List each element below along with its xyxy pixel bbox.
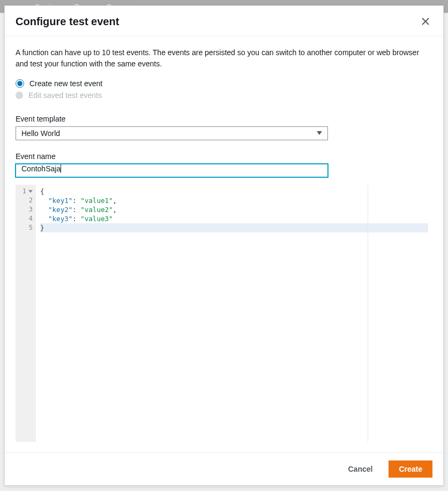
cancel-button[interactable]: Cancel xyxy=(338,460,382,478)
editor-gutter: 12345 xyxy=(16,185,36,442)
configure-test-event-modal: Configure test event A function can have… xyxy=(4,5,444,486)
code-line[interactable]: } xyxy=(40,223,428,232)
code-line[interactable]: "key1": "value1", xyxy=(40,196,428,205)
chevron-down-icon xyxy=(317,131,322,135)
text-cursor: ​ xyxy=(61,164,61,173)
event-name-input[interactable]: ContohSaja​ xyxy=(16,164,328,178)
token-brace: } xyxy=(40,224,44,232)
token-brace: { xyxy=(40,187,44,195)
event-name-value: ContohSaja xyxy=(21,164,61,173)
modal-footer: Cancel Create xyxy=(5,452,443,485)
token-str: "value1" xyxy=(80,197,113,205)
event-template-value: Hello World xyxy=(21,129,60,138)
token-str: "value3" xyxy=(80,215,113,223)
radio-edit-saved-label: Edit saved test events xyxy=(28,91,102,100)
token-key: "key2" xyxy=(48,206,72,214)
line-number: 4 xyxy=(16,214,33,223)
token-str: "value2" xyxy=(80,206,113,214)
event-template-select[interactable]: Hello World xyxy=(16,126,328,140)
token-punc: : xyxy=(72,206,80,214)
token-punc: , xyxy=(113,206,117,214)
line-number: 5 xyxy=(16,223,33,232)
event-name-label: Event name xyxy=(16,152,432,161)
line-number: 2 xyxy=(16,196,33,205)
close-button[interactable] xyxy=(419,14,432,28)
code-line[interactable]: "key3": "value3" xyxy=(40,214,428,223)
radio-disabled-icon xyxy=(16,92,23,99)
code-line[interactable]: "key2": "value2", xyxy=(40,205,428,214)
modal-header: Configure test event xyxy=(5,6,443,36)
close-icon xyxy=(421,17,430,26)
editor-split-line xyxy=(368,185,368,442)
token-punc: : xyxy=(72,215,80,223)
modal-title: Configure test event xyxy=(16,16,119,28)
radio-create-new-input[interactable] xyxy=(16,79,24,88)
token-key: "key3" xyxy=(48,215,72,223)
token-key: "key1" xyxy=(48,197,72,205)
modal-body: A function can have up to 10 test events… xyxy=(5,36,443,452)
radio-create-new-label: Create new test event xyxy=(29,79,102,88)
line-number: 1 xyxy=(16,187,33,196)
event-template-label: Event template xyxy=(16,115,432,123)
create-button[interactable]: Create xyxy=(389,460,432,478)
modal-description: A function can have up to 10 test events… xyxy=(16,47,432,70)
code-line[interactable]: { xyxy=(40,187,428,196)
token-punc: : xyxy=(72,197,80,205)
radio-create-new[interactable]: Create new test event xyxy=(16,79,432,88)
token-punc: , xyxy=(113,197,117,205)
radio-edit-saved: Edit saved test events xyxy=(16,91,432,100)
json-editor[interactable]: 12345 { "key1": "value1", "key2": "value… xyxy=(16,185,432,442)
editor-code[interactable]: { "key1": "value1", "key2": "value2", "k… xyxy=(36,185,432,442)
line-number: 3 xyxy=(16,205,33,214)
